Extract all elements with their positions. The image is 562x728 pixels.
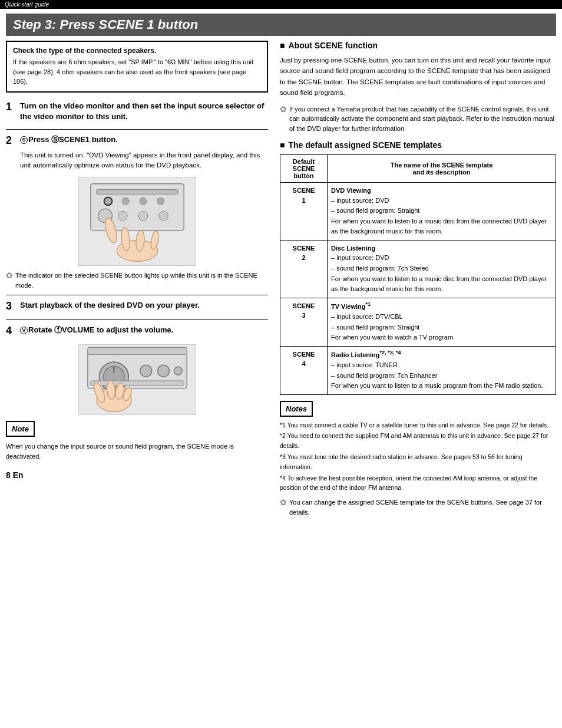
warning-text: If the speakers are 6 ohm speakers, set … (13, 57, 261, 87)
sun-icon-2: ✿ (280, 103, 287, 116)
step-2-title: SPress ⓈSCENE1 button. (20, 134, 118, 145)
yamaha-tip-text: If you connect a Yamaha product that has… (289, 104, 556, 134)
step-3: 3 Start playback of the desired DVD on y… (6, 300, 268, 312)
scene-desc-1: DVD Viewing– input source: DVD– sound fi… (328, 183, 556, 241)
svg-point-22 (157, 365, 169, 377)
volume-svg (79, 344, 196, 415)
tip-1-text: The indicator on the selected SCENE butt… (15, 271, 268, 290)
svg-rect-17 (87, 348, 186, 355)
note-section: Note When you change the input source or… (6, 421, 268, 461)
scene-title-4: Radio Listening*2, *3, *4 (331, 351, 401, 358)
scene-details-2: – input source: DVD– sound field program… (331, 254, 547, 292)
step-4: 4 VRotate ⓕVOLUME to adjust the volume. (6, 325, 268, 337)
svg-point-2 (104, 198, 111, 205)
svg-point-10 (158, 212, 168, 221)
svg-point-21 (140, 365, 151, 377)
scene-desc-4: Radio Listening*2, *3, *4– input source:… (328, 346, 556, 394)
table-header-col1: DefaultSCENEbutton (280, 155, 328, 183)
scene-desc-2: Disc Listening– input source: DVD– sound… (328, 240, 556, 298)
svg-point-5 (157, 198, 164, 205)
warning-box: Check the type of the connected speakers… (6, 41, 268, 93)
scene-title-1: DVD Viewing (331, 187, 371, 194)
svg-point-23 (174, 367, 182, 375)
note-label: Note (12, 424, 29, 433)
about-scene-text: Just by pressing one SCENE button, you c… (280, 55, 556, 98)
tip-1: ✿ The indicator on the selected SCENE bu… (6, 271, 268, 290)
page-number: 8 En (6, 470, 268, 480)
svg-point-8 (118, 212, 127, 221)
note-text: When you change the input source or soun… (6, 442, 268, 461)
svg-point-3 (122, 198, 129, 205)
about-scene-title: About SCENE function (280, 41, 556, 50)
scene-table: DefaultSCENEbutton The name of the SCENE… (280, 154, 556, 395)
scene-cell-1: SCENE1 (280, 183, 328, 241)
step-1-title: Turn on the video monitor and then set t… (20, 101, 268, 122)
default-scene-title: The default assigned SCENE templates (280, 140, 556, 150)
warning-title: Check the type of the connected speakers… (13, 47, 261, 55)
circle-s-icon: S (20, 136, 28, 144)
step-4-title: VRotate ⓕVOLUME to adjust the volume. (20, 325, 173, 335)
scene-cell-2: SCENE2 (280, 240, 328, 298)
svg-point-15 (150, 230, 160, 250)
scene-title-2: Disc Listening (331, 245, 375, 252)
step-2-text: This unit is turned on. "DVD Viewing" ap… (20, 150, 268, 171)
hand-device-svg (79, 177, 196, 266)
footnote-4: *4 To achieve the best possible receptio… (280, 473, 556, 493)
bottom-tip-text: You can change the assigned SCENE templa… (289, 498, 556, 517)
footnotes-container: *1 You must connect a cable TV or a sate… (280, 420, 556, 493)
svg-rect-24 (90, 381, 183, 386)
page-title: Step 3: Press SCENE 1 button (13, 17, 549, 32)
page-title-bar: Step 3: Press SCENE 1 button (6, 14, 556, 36)
step-3-title: Start playback of the desired DVD on you… (20, 300, 200, 311)
notes-label: Notes (286, 404, 307, 413)
sun-icon-3: ✿ (280, 496, 287, 509)
footnote-3: *3 You must tune into the desired radio … (280, 452, 556, 472)
volume-image (78, 344, 196, 415)
hand-device-image (78, 177, 196, 266)
svg-point-9 (138, 212, 147, 221)
right-column: About SCENE function Just by pressing on… (277, 41, 556, 517)
step-1: 1 Turn on the video monitor and then set… (6, 101, 268, 122)
bottom-tip: ✿ You can change the assigned SCENE temp… (280, 498, 556, 517)
sun-icon-1: ✿ (6, 269, 13, 282)
step-4-number: 4 (6, 325, 15, 337)
scene-title-3: TV Viewing*1 (331, 303, 371, 310)
scene-desc-3: TV Viewing*1– input source: DTV/CBL– sou… (328, 298, 556, 346)
scene-cell-3: SCENE3 (280, 298, 328, 346)
step-1-number: 1 (6, 101, 15, 113)
circle-v-icon: V (20, 327, 28, 334)
svg-rect-1 (96, 190, 178, 195)
step-3-number: 3 (6, 300, 15, 312)
svg-point-4 (139, 198, 146, 205)
footnote-1: *1 You must connect a cable TV or a sate… (280, 420, 556, 430)
scene-details-1: – input source: DVD– sound field program… (331, 197, 547, 235)
step-2: 2 SPress ⓈSCENE1 button. This unit is tu… (6, 134, 268, 171)
left-column: Check the type of the connected speakers… (6, 41, 277, 517)
note-box: Note (6, 421, 35, 437)
yamaha-tip: ✿ If you connect a Yamaha product that h… (280, 104, 556, 134)
footnote-2: *2 You need to connect the supplied FM a… (280, 431, 556, 451)
quick-start-label: Quick start guide (0, 0, 562, 9)
scene-cell-4: SCENE4 (280, 346, 328, 394)
step-2-number: 2 (6, 134, 15, 147)
notes-box: Notes (280, 401, 313, 417)
scene-details-3: – input source: DTV/CBL– sound field pro… (331, 313, 455, 341)
table-header-col2: The name of the SCENE templateand its de… (328, 155, 556, 183)
scene-details-4: – input source: TUNER– sound field progr… (331, 361, 543, 389)
